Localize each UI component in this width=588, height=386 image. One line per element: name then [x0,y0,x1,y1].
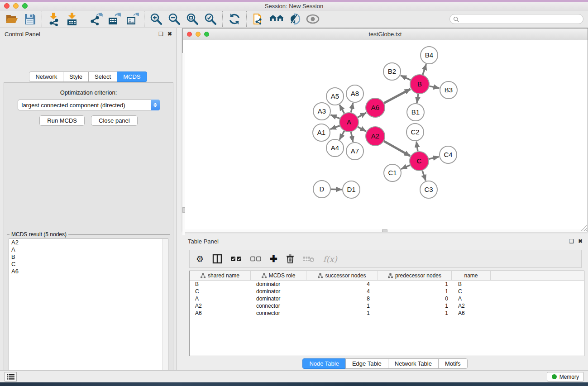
graph-edge-B-B1[interactable] [417,94,418,103]
graph-edge-A-A7[interactable] [351,132,353,142]
column-header-name[interactable]: name [452,271,491,280]
add-column-icon[interactable]: ✚ [270,254,277,263]
table-cell[interactable]: B [452,281,491,287]
table-cell[interactable]: A6 [190,310,251,316]
close-panel-button[interactable]: Close panel [91,115,138,126]
select-all-rows-icon[interactable] [231,256,242,262]
graph-node-A[interactable]: A [339,113,359,132]
table-cell[interactable]: A2 [190,303,251,309]
graph-node-A6[interactable]: A6 [366,98,385,117]
graph-edge-A-A1[interactable] [330,126,340,129]
tab-network[interactable]: Network [29,71,63,82]
column-visibility-icon[interactable] [212,254,222,264]
float-panel-icon[interactable]: ❑ [158,31,163,37]
network-graph[interactable]: AA6A2BCA5A8A3A1A4A7B2B4B3B1C2C4C1C3DD1 [183,41,588,232]
graph-node-A2[interactable]: A2 [366,127,385,146]
table-row[interactable]: A6connector11A6 [190,310,584,317]
table-cell[interactable]: 1 [378,303,452,309]
graph-node-B[interactable]: B [410,75,429,94]
export-image-icon[interactable] [123,11,141,27]
import-network-icon[interactable] [45,11,63,27]
table-row[interactable]: Cdominator41C [190,288,584,295]
function-builder-icon[interactable]: f(x) [323,254,337,264]
graph-edge-C-C3[interactable] [422,171,425,181]
graph-edge-A-A4[interactable] [339,131,344,139]
tab-edge-table[interactable]: Edge Table [345,358,388,369]
graph-node-B2[interactable]: B2 [383,63,401,80]
refresh-icon[interactable] [225,11,244,27]
result-item[interactable]: B [9,253,168,261]
table-cell[interactable]: dominator [251,295,306,302]
export-network-icon[interactable] [87,11,105,27]
new-network-from-file-icon[interactable] [249,11,268,27]
graph-node-C1[interactable]: C1 [384,164,401,181]
table-cell[interactable]: A2 [452,303,491,309]
tab-motifs[interactable]: Motifs [438,358,468,369]
graph-node-A3[interactable]: A3 [313,103,330,120]
graph-node-B3[interactable]: B3 [440,81,457,99]
table-cell[interactable]: A [452,295,491,302]
graphics-details-icon[interactable] [286,11,304,27]
network-window-titlebar[interactable]: testGlobe.txt [183,29,588,40]
table-row[interactable]: Adominator80A [190,295,584,302]
column-header-successor-nodes[interactable]: successor nodes [306,271,378,280]
graph-edge-B-B3[interactable] [430,86,440,88]
window-resize-grip[interactable] [581,225,587,231]
zoom-in-icon[interactable] [147,11,165,27]
task-history-button[interactable] [5,372,17,381]
tab-network-table[interactable]: Network Table [388,358,439,369]
table-cell[interactable]: 1 [306,310,378,316]
table-cell[interactable]: connector [251,310,306,316]
graph-node-A8[interactable]: A8 [346,85,363,102]
graph-node-B4[interactable]: B4 [421,47,438,64]
table-cell[interactable]: A6 [452,310,491,316]
zoom-selected-icon[interactable] [201,11,220,27]
graph-node-C2[interactable]: C2 [406,124,424,141]
graph-edge-A-A2[interactable] [358,127,366,131]
column-header-shared-name[interactable]: shared name [190,271,251,280]
table-cell[interactable]: dominator [251,288,306,295]
mcds-result-list[interactable]: A2ABCA6 [9,238,168,386]
graph-edge-A-A8[interactable] [351,103,353,113]
open-folder-icon[interactable] [3,11,21,27]
tab-select[interactable]: Select [88,71,117,82]
tab-node-table[interactable]: Node Table [302,358,346,369]
graph-node-A1[interactable]: A1 [313,124,330,141]
graph-edge-B-B2[interactable] [401,76,411,80]
delete-column-icon[interactable] [286,254,294,263]
close-table-panel-icon[interactable]: ✖ [578,238,583,244]
export-table-icon[interactable] [105,11,123,27]
graph-node-C[interactable]: C [410,152,429,171]
memory-button[interactable]: Memory [547,372,584,381]
home-networks-icon[interactable] [268,11,286,27]
graph-node-A7[interactable]: A7 [346,143,363,160]
graph-node-B1[interactable]: B1 [407,104,424,121]
tab-mcds[interactable]: MCDS [117,71,147,82]
graph-edge-C-C4[interactable] [429,157,439,159]
search-input[interactable] [461,16,583,22]
table-cell[interactable]: 1 [378,288,452,295]
result-item[interactable]: A6 [9,268,168,275]
graph-edge-A2-C[interactable] [384,141,410,156]
network-horizontal-scrollbar[interactable] [183,229,588,232]
column-header-MCDS-role[interactable]: MCDS role [251,271,306,280]
table-cell[interactable]: dominator [251,281,306,287]
graph-edge-A6-B[interactable] [384,89,410,103]
result-item[interactable]: A [9,246,168,253]
graph-node-C4[interactable]: C4 [440,146,457,163]
column-header-predecessor-nodes[interactable]: predecessor nodes [378,271,452,280]
table-cell[interactable]: 1 [378,281,452,287]
graph-node-A4[interactable]: A4 [326,139,344,157]
tab-style[interactable]: Style [63,71,89,82]
graph-edge-C-C2[interactable] [416,142,418,151]
search-field[interactable] [449,14,583,24]
float-table-panel-icon[interactable]: ❑ [569,238,574,244]
network-canvas[interactable]: AA6A2BCA5A8A3A1A4A7B2B4B3B1C2C4C1C3DD1 [183,41,588,232]
graph-node-D[interactable]: D [313,181,330,198]
close-panel-icon[interactable]: ✖ [167,31,172,37]
result-item[interactable]: A2 [9,239,168,246]
table-cell[interactable]: connector [251,303,306,309]
node-table[interactable]: shared nameMCDS rolesuccessor nodesprede… [189,271,584,356]
table-cell[interactable]: 8 [306,295,378,302]
table-row[interactable]: A2connector11A2 [190,302,584,310]
